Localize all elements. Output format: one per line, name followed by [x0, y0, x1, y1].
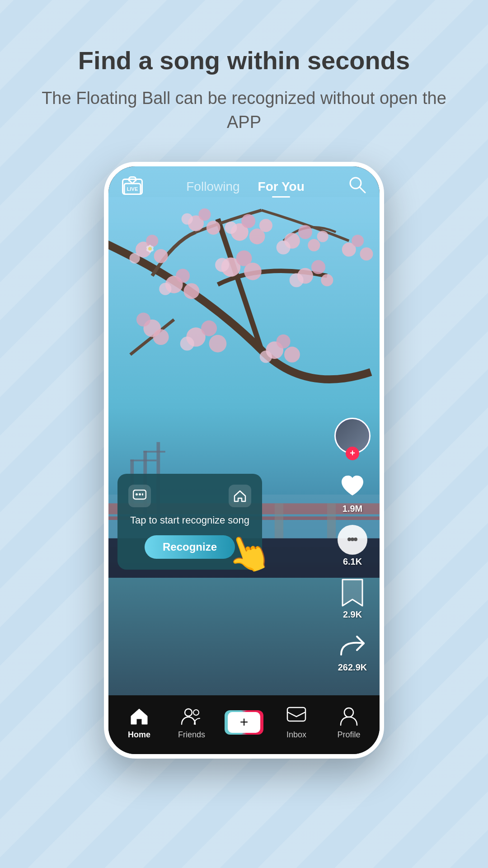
svg-point-20 [352, 235, 364, 247]
svg-point-42 [277, 334, 291, 348]
svg-point-72 [185, 709, 192, 716]
svg-rect-58 [130, 459, 156, 461]
home-icon [128, 705, 150, 727]
svg-rect-74 [287, 708, 305, 721]
svg-rect-68 [142, 493, 143, 495]
nav-item-profile[interactable]: Profile [323, 705, 375, 740]
svg-text:LIVE: LIVE [127, 186, 138, 192]
svg-point-12 [225, 222, 237, 234]
bookmark-icon-wrap [338, 578, 367, 608]
svg-point-73 [193, 710, 199, 715]
svg-point-23 [176, 269, 190, 283]
svg-rect-59 [143, 451, 165, 453]
top-nav: LIVE Following For You [108, 166, 380, 207]
like-icon [336, 469, 369, 502]
song-card-prompt: Tap to start recognize song [128, 514, 251, 526]
svg-point-36 [153, 329, 169, 345]
svg-point-15 [298, 225, 312, 239]
nav-item-friends[interactable]: Friends [165, 705, 218, 740]
svg-rect-67 [139, 493, 141, 495]
tab-for-you[interactable]: For You [258, 179, 305, 194]
svg-point-44 [260, 350, 272, 363]
svg-point-75 [344, 708, 353, 717]
live-badge[interactable]: LIVE [122, 179, 143, 195]
svg-line-64 [360, 188, 365, 193]
svg-point-4 [129, 253, 140, 263]
svg-point-49 [148, 247, 152, 250]
bookmark-button[interactable]: 2.9K [338, 578, 367, 620]
svg-point-3 [154, 249, 168, 263]
comment-count: 6.1K [343, 557, 362, 567]
svg-point-13 [259, 219, 272, 232]
phone-mockup: LIVE Following For You [104, 162, 384, 759]
svg-point-38 [201, 320, 217, 336]
comment-icon [338, 525, 367, 555]
subheadline: The Floating Ball can be recognized with… [27, 86, 461, 134]
phone-screen: LIVE Following For You [104, 162, 384, 759]
live-icon: LIVE [122, 179, 143, 195]
search-button[interactable] [348, 175, 366, 198]
svg-point-40 [180, 336, 194, 350]
svg-point-35 [136, 312, 150, 326]
svg-point-71 [354, 538, 357, 541]
svg-point-31 [311, 260, 325, 274]
plus-inner: + [228, 712, 260, 733]
share-count: 262.9K [338, 662, 367, 673]
follow-button[interactable]: + [346, 447, 359, 460]
inbox-icon [285, 705, 308, 727]
svg-point-70 [351, 538, 354, 541]
nav-item-inbox[interactable]: Inbox [270, 705, 323, 740]
svg-point-10 [241, 214, 255, 228]
friends-label: Friends [178, 730, 205, 740]
svg-rect-53 [275, 503, 283, 538]
svg-point-8 [182, 213, 193, 224]
svg-point-39 [209, 335, 227, 352]
svg-rect-66 [136, 493, 138, 495]
plus-sign: + [240, 714, 249, 731]
profile-icon [338, 705, 360, 727]
card-icons-row [128, 485, 251, 507]
card-chat-icon [128, 485, 151, 507]
like-count: 1.9M [343, 504, 362, 514]
card-home-icon [229, 485, 251, 507]
share-button[interactable]: 262.9K [338, 631, 367, 673]
comment-button[interactable]: 6.1K [338, 525, 367, 567]
svg-point-29 [215, 258, 229, 272]
svg-point-32 [321, 274, 333, 286]
create-plus-button[interactable]: + [226, 710, 262, 735]
inbox-label: Inbox [286, 730, 306, 740]
nav-item-home[interactable]: Home [113, 705, 165, 740]
svg-point-25 [159, 283, 171, 295]
svg-point-63 [350, 178, 361, 189]
nav-item-create[interactable]: + [218, 710, 270, 735]
svg-point-16 [308, 239, 320, 251]
bottom-nav: Home Friends + [108, 695, 380, 754]
recognize-button[interactable]: Recognize [145, 535, 235, 559]
svg-point-18 [317, 231, 328, 242]
svg-point-21 [360, 247, 373, 260]
svg-point-6 [198, 208, 211, 221]
tab-following[interactable]: Following [186, 179, 239, 194]
svg-point-69 [347, 538, 351, 541]
svg-point-17 [277, 240, 291, 254]
svg-point-24 [183, 283, 199, 299]
profile-label: Profile [337, 730, 360, 740]
right-actions-panel: + 1.9M 6 [334, 418, 371, 673]
home-label: Home [128, 730, 150, 740]
bookmark-count: 2.9K [343, 609, 362, 620]
nav-tabs: Following For You [186, 179, 304, 194]
top-text-section: Find a song within seconds The Floating … [0, 45, 488, 135]
svg-point-33 [290, 273, 304, 287]
svg-point-28 [244, 263, 262, 280]
svg-point-2 [146, 235, 158, 247]
share-icon [338, 631, 367, 660]
headline: Find a song within seconds [27, 45, 461, 75]
avatar-container: + [334, 418, 371, 454]
svg-point-7 [206, 221, 221, 235]
like-button[interactable]: 1.9M [336, 469, 369, 514]
svg-point-43 [284, 346, 300, 362]
friends-icon [180, 705, 203, 727]
